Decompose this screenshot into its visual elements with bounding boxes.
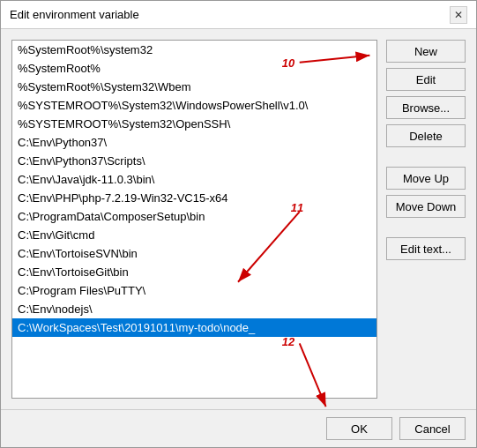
spacer1: [386, 153, 466, 161]
list-item[interactable]: %SystemRoot%\System32\Wbem: [12, 78, 376, 96]
dialog-footer: OK Cancel: [1, 409, 476, 447]
list-item[interactable]: C:\Env\Java\jdk-11.0.3\bin\: [12, 170, 376, 189]
edit-text-button[interactable]: Edit text...: [386, 237, 466, 260]
spacer2: [386, 223, 466, 232]
title-bar: Edit environment variable ✕: [1, 1, 476, 29]
list-item[interactable]: %SystemRoot%\system32: [12, 41, 376, 59]
list-item[interactable]: %SYSTEMROOT%\System32\WindowsPowerShell\…: [12, 96, 376, 115]
list-item[interactable]: C:\Env\PHP\php-7.2.19-Win32-VC15-x64: [12, 189, 376, 207]
dialog-content: %SystemRoot%\system32%SystemRoot%%System…: [1, 29, 476, 409]
delete-button[interactable]: Delete: [386, 124, 466, 147]
browse-button[interactable]: Browse...: [386, 96, 466, 119]
list-item[interactable]: %SystemRoot%: [12, 59, 376, 78]
env-variable-list[interactable]: %SystemRoot%\system32%SystemRoot%%System…: [11, 40, 377, 399]
move-down-button[interactable]: Move Down: [386, 195, 466, 218]
list-item[interactable]: C:\Env\nodejs\: [12, 300, 376, 318]
list-item[interactable]: C:\ProgramData\ComposerSetup\bin: [12, 207, 376, 226]
list-item[interactable]: C:\Env\TortoiseGit\bin: [12, 263, 376, 281]
edit-env-variable-dialog: Edit environment variable ✕ %SystemRoot%…: [0, 0, 477, 448]
move-up-button[interactable]: Move Up: [386, 167, 466, 190]
list-item[interactable]: C:\WorkSpaces\Test\20191011\my-todo\node…: [12, 318, 376, 337]
list-item[interactable]: C:\Env\Python37\Scripts\: [12, 152, 376, 170]
cancel-button[interactable]: Cancel: [399, 417, 466, 440]
list-item[interactable]: C:\Env\TortoiseSVN\bin: [12, 244, 376, 263]
dialog-title: Edit environment variable: [10, 8, 139, 21]
list-item[interactable]: C:\Env\Python37\: [12, 133, 376, 152]
action-buttons-panel: New Edit Browse... Delete Move Up Move D…: [386, 40, 466, 399]
list-item[interactable]: C:\Program Files\PuTTY\: [12, 281, 376, 300]
close-button[interactable]: ✕: [450, 6, 467, 24]
new-button[interactable]: New: [386, 40, 466, 63]
edit-button[interactable]: Edit: [386, 68, 466, 91]
list-item[interactable]: C:\Env\Git\cmd: [12, 226, 376, 244]
list-item[interactable]: %SYSTEMROOT%\System32\OpenSSH\: [12, 115, 376, 133]
ok-button[interactable]: OK: [326, 417, 392, 440]
